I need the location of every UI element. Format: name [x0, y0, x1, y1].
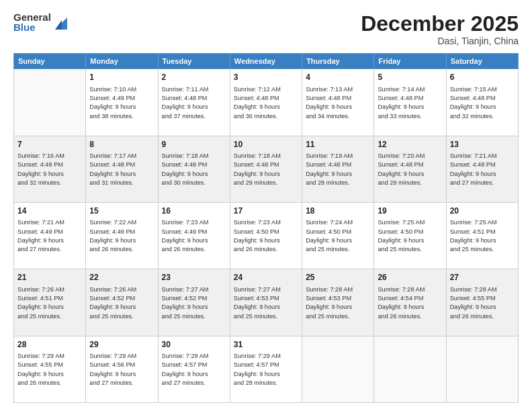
- calendar-cell: 5Sunrise: 7:14 AMSunset: 4:48 PMDaylight…: [374, 69, 446, 136]
- calendar-cell: 9Sunrise: 7:18 AMSunset: 4:48 PMDaylight…: [158, 136, 230, 202]
- title-area: December 2025 Dasi, Tianjin, China: [361, 12, 519, 46]
- day-info-line: Sunrise: 7:21 AM: [17, 218, 82, 227]
- day-info-line: Daylight: 9 hours: [306, 103, 370, 111]
- day-number: 31: [234, 339, 298, 351]
- calendar-cell: 13Sunrise: 7:21 AMSunset: 4:48 PMDayligh…: [446, 136, 518, 202]
- logo-blue: Blue: [13, 22, 51, 32]
- day-info-line: and 25 minutes.: [378, 245, 442, 254]
- logo: General Blue: [13, 12, 67, 32]
- col-header-thursday: Thursday: [302, 54, 374, 69]
- calendar-cell: 27Sunrise: 7:28 AMSunset: 4:55 PMDayligh…: [446, 269, 518, 336]
- day-info-line: and 38 minutes.: [89, 112, 154, 121]
- calendar-week-row: 7Sunrise: 7:16 AMSunset: 4:48 PMDaylight…: [14, 136, 519, 202]
- day-info-line: and 30 minutes.: [162, 179, 226, 187]
- calendar-cell: 17Sunrise: 7:23 AMSunset: 4:50 PMDayligh…: [230, 202, 302, 269]
- day-info-line: Sunset: 4:48 PM: [89, 161, 154, 169]
- calendar-header-row: SundayMondayTuesdayWednesdayThursdayFrid…: [14, 54, 519, 69]
- day-info-line: Sunset: 4:54 PM: [378, 294, 442, 303]
- day-info-line: and 27 minutes.: [162, 379, 226, 387]
- day-info-line: and 26 minutes.: [162, 245, 226, 254]
- day-info-line: and 28 minutes.: [378, 179, 442, 187]
- calendar-cell: 18Sunrise: 7:24 AMSunset: 4:50 PMDayligh…: [302, 202, 374, 269]
- day-info-line: Sunset: 4:48 PM: [450, 161, 515, 169]
- day-info-line: Sunrise: 7:23 AM: [234, 218, 298, 227]
- day-info-line: Daylight: 9 hours: [162, 236, 226, 245]
- day-info-line: and 27 minutes.: [450, 179, 515, 187]
- day-info-line: Sunset: 4:48 PM: [378, 161, 442, 169]
- day-info-line: Daylight: 9 hours: [162, 370, 226, 379]
- day-info-line: and 26 minutes.: [89, 245, 154, 254]
- day-info-line: Sunrise: 7:25 AM: [378, 218, 442, 227]
- calendar-cell: [14, 69, 86, 136]
- col-header-saturday: Saturday: [446, 54, 518, 69]
- day-info-line: Sunrise: 7:10 AM: [89, 85, 154, 94]
- day-info-line: Daylight: 9 hours: [306, 303, 370, 312]
- day-number: 23: [162, 272, 226, 283]
- day-info-line: Sunrise: 7:29 AM: [162, 352, 226, 361]
- calendar-week-row: 28Sunrise: 7:29 AMSunset: 4:55 PMDayligh…: [14, 336, 519, 402]
- calendar-cell: 7Sunrise: 7:16 AMSunset: 4:48 PMDaylight…: [14, 136, 86, 202]
- day-info-line: Sunrise: 7:15 AM: [450, 85, 515, 94]
- day-number: 29: [89, 339, 154, 351]
- day-info-line: and 32 minutes.: [17, 179, 82, 187]
- calendar-cell: 4Sunrise: 7:13 AMSunset: 4:48 PMDaylight…: [302, 69, 374, 136]
- calendar-cell: [374, 336, 446, 402]
- day-info-line: Sunrise: 7:11 AM: [162, 85, 226, 94]
- header: General Blue December 2025 Dasi, Tianjin…: [13, 12, 519, 46]
- day-info-line: and 31 minutes.: [89, 179, 154, 187]
- day-info-line: Sunset: 4:52 PM: [89, 294, 154, 303]
- day-number: 20: [450, 205, 515, 217]
- calendar-cell: 29Sunrise: 7:29 AMSunset: 4:56 PMDayligh…: [86, 336, 158, 402]
- logo-text: General Blue: [13, 12, 51, 32]
- day-info-line: Sunrise: 7:17 AM: [89, 152, 154, 161]
- day-info-line: and 29 minutes.: [234, 179, 298, 187]
- day-number: 5: [378, 72, 442, 83]
- day-info-line: Sunset: 4:49 PM: [89, 228, 154, 236]
- calendar-cell: 25Sunrise: 7:28 AMSunset: 4:53 PMDayligh…: [302, 269, 374, 336]
- day-info-line: Daylight: 9 hours: [378, 170, 442, 179]
- calendar-cell: 11Sunrise: 7:19 AMSunset: 4:48 PMDayligh…: [302, 136, 374, 202]
- day-info-line: Sunrise: 7:18 AM: [234, 152, 298, 161]
- day-info-line: Sunset: 4:53 PM: [234, 294, 298, 303]
- calendar-cell: 12Sunrise: 7:20 AMSunset: 4:48 PMDayligh…: [374, 136, 446, 202]
- logo-icon: [52, 13, 67, 31]
- day-info-line: Sunrise: 7:29 AM: [17, 352, 82, 361]
- day-info-line: Daylight: 9 hours: [234, 303, 298, 312]
- day-number: 11: [306, 139, 370, 150]
- day-info-line: Sunset: 4:51 PM: [17, 294, 82, 303]
- day-info-line: and 25 minutes.: [306, 312, 370, 321]
- calendar-cell: [446, 336, 518, 402]
- day-number: 17: [234, 205, 298, 217]
- day-number: 12: [378, 139, 442, 150]
- day-number: 22: [89, 272, 154, 283]
- day-info-line: Sunset: 4:49 PM: [89, 94, 154, 103]
- calendar-cell: 16Sunrise: 7:23 AMSunset: 4:49 PMDayligh…: [158, 202, 230, 269]
- calendar-cell: [302, 336, 374, 402]
- day-info-line: and 26 minutes.: [17, 379, 82, 387]
- col-header-sunday: Sunday: [14, 54, 86, 69]
- day-info-line: and 26 minutes.: [450, 312, 515, 321]
- day-info-line: Daylight: 9 hours: [234, 170, 298, 179]
- calendar-cell: 23Sunrise: 7:27 AMSunset: 4:52 PMDayligh…: [158, 269, 230, 336]
- day-info-line: and 25 minutes.: [306, 245, 370, 254]
- day-info-line: Sunrise: 7:29 AM: [89, 352, 154, 361]
- day-number: 24: [234, 272, 298, 283]
- location-subtitle: Dasi, Tianjin, China: [361, 36, 519, 46]
- calendar-cell: 19Sunrise: 7:25 AMSunset: 4:50 PMDayligh…: [374, 202, 446, 269]
- day-info-line: and 25 minutes.: [162, 312, 226, 321]
- day-info-line: Sunset: 4:55 PM: [450, 294, 515, 303]
- calendar-week-row: 21Sunrise: 7:26 AMSunset: 4:51 PMDayligh…: [14, 269, 519, 336]
- day-info-line: Daylight: 9 hours: [450, 236, 515, 245]
- day-info-line: and 25 minutes.: [450, 245, 515, 254]
- day-number: 25: [306, 272, 370, 283]
- day-info-line: Sunrise: 7:28 AM: [306, 285, 370, 294]
- day-info-line: Sunrise: 7:28 AM: [450, 285, 515, 294]
- day-info-line: Daylight: 9 hours: [17, 303, 82, 312]
- day-number: 30: [162, 339, 226, 351]
- day-info-line: Sunrise: 7:26 AM: [89, 285, 154, 294]
- day-info-line: Sunrise: 7:16 AM: [17, 152, 82, 161]
- col-header-wednesday: Wednesday: [230, 54, 302, 69]
- calendar-cell: 8Sunrise: 7:17 AMSunset: 4:48 PMDaylight…: [86, 136, 158, 202]
- day-number: 3: [234, 72, 298, 83]
- calendar-cell: 21Sunrise: 7:26 AMSunset: 4:51 PMDayligh…: [14, 269, 86, 336]
